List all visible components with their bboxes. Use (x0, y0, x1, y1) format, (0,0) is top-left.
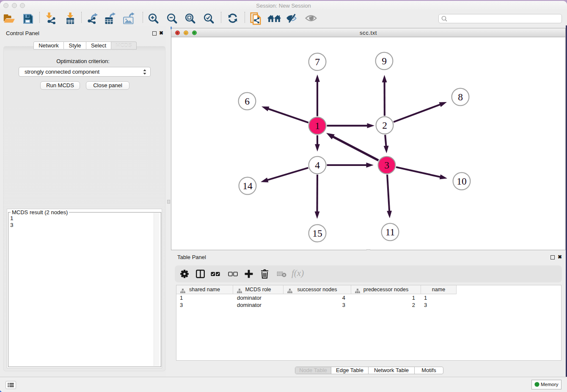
svg-text:3: 3 (384, 160, 389, 171)
svg-text:7: 7 (315, 56, 320, 67)
svg-text:6: 6 (245, 96, 250, 107)
svg-text:15: 15 (312, 228, 322, 239)
svg-text:2: 2 (382, 120, 387, 131)
svg-text:10: 10 (457, 176, 467, 187)
svg-text:1: 1 (315, 120, 320, 131)
svg-text:14: 14 (242, 180, 253, 191)
svg-text:9: 9 (382, 55, 387, 66)
svg-text:11: 11 (385, 226, 395, 237)
svg-text:8: 8 (458, 91, 463, 102)
svg-text:4: 4 (315, 160, 320, 171)
